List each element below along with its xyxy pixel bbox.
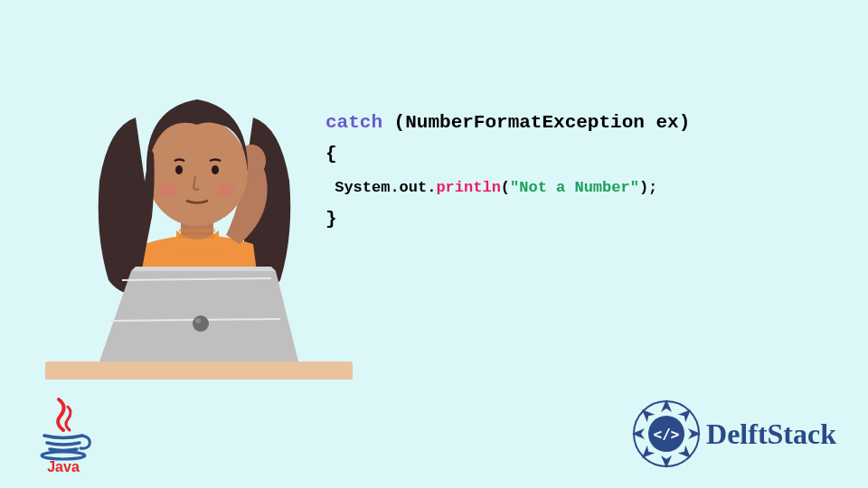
desk-surface: [45, 361, 353, 380]
paren: (: [501, 179, 510, 196]
svg-point-5: [175, 165, 183, 174]
code-snippet: catch (NumberFormatException ex) { Syste…: [326, 74, 690, 235]
code-text: System.out.: [326, 179, 436, 196]
svg-text:</>: </>: [654, 426, 680, 443]
delftstack-logo: </> DelftStack: [630, 398, 836, 470]
svg-rect-3: [179, 235, 215, 239]
woman-laptop-illustration: [45, 54, 353, 380]
java-text: Java: [47, 459, 80, 474]
java-logo: Java: [32, 398, 95, 474]
paren: );: [639, 179, 657, 196]
svg-point-4: [146, 117, 248, 226]
brace-open: {: [326, 144, 337, 164]
keyword-catch: catch: [326, 112, 382, 133]
code-text: (NumberFormatException ex): [382, 112, 690, 133]
svg-point-8: [217, 183, 235, 197]
delftstack-text: DelftStack: [706, 418, 836, 451]
brace-close: }: [326, 209, 337, 230]
svg-point-11: [193, 315, 209, 332]
svg-point-7: [159, 183, 177, 197]
string-literal: "Not a Number": [510, 179, 639, 196]
svg-point-6: [212, 165, 219, 174]
svg-point-13: [42, 452, 85, 459]
svg-point-12: [195, 318, 201, 324]
svg-rect-2: [179, 229, 215, 232]
delftstack-icon: </>: [630, 398, 703, 470]
method-println: println: [436, 179, 500, 196]
